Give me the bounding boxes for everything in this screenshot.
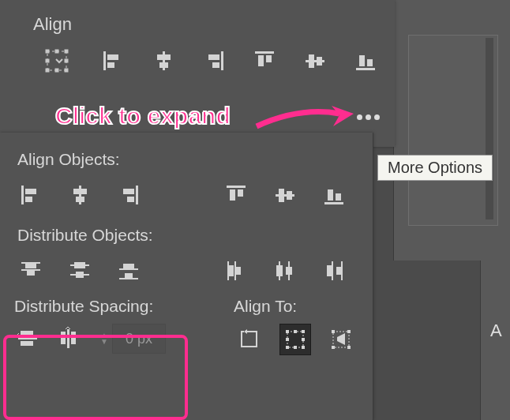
align-center-vertical-icon[interactable] [302, 47, 328, 74]
svg-rect-82 [286, 330, 289, 333]
distribute-right-icon[interactable] [321, 257, 347, 284]
more-options-button[interactable] [352, 105, 384, 129]
more-options-icon [357, 114, 362, 120]
svg-rect-72 [341, 261, 343, 280]
align-left-icon[interactable] [99, 47, 126, 74]
svg-rect-11 [107, 62, 114, 68]
distribute-spacing-label: Distribute Spacing: [14, 297, 202, 316]
align-objects-label: Align Objects: [0, 133, 373, 175]
svg-rect-61 [123, 264, 134, 268]
svg-rect-79 [61, 332, 66, 344]
svg-rect-39 [136, 186, 138, 204]
spacing-stepper[interactable]: ▲▼ [96, 324, 112, 354]
svg-rect-1 [46, 50, 49, 53]
align-panel-expanded: Align Objects: Distribute Objects: [0, 133, 373, 420]
spacing-value[interactable]: 0 px [112, 324, 166, 354]
align-to-artboard-icon[interactable] [234, 324, 265, 355]
distribute-bottom-icon[interactable] [115, 257, 142, 284]
svg-rect-70 [286, 267, 292, 275]
svg-rect-2 [65, 50, 68, 53]
svg-rect-24 [356, 68, 375, 70]
distribute-objects-row [0, 251, 373, 291]
svg-rect-93 [332, 346, 335, 349]
distribute-spacing-group: Distribute Spacing: ▲▼ 0 px [0, 297, 202, 354]
svg-rect-62 [125, 273, 133, 278]
distribute-center-horizontal-icon[interactable] [272, 257, 298, 284]
svg-rect-44 [238, 189, 243, 197]
svg-rect-89 [302, 338, 305, 341]
svg-rect-57 [74, 262, 85, 268]
svg-rect-59 [119, 268, 138, 270]
align-top-icon[interactable] [251, 47, 278, 74]
svg-rect-80 [71, 332, 76, 344]
spacing-value-field[interactable]: ▲▼ 0 px [96, 324, 166, 354]
svg-rect-6 [55, 69, 58, 72]
svg-rect-92 [347, 330, 351, 333]
svg-rect-3 [46, 69, 49, 72]
align-center-horizontal-icon[interactable] [150, 47, 177, 74]
svg-rect-15 [221, 51, 223, 70]
svg-rect-86 [294, 330, 297, 333]
align-left-icon[interactable] [17, 182, 44, 208]
align-right-icon[interactable] [115, 182, 142, 208]
svg-rect-42 [227, 186, 246, 188]
svg-rect-69 [276, 265, 283, 276]
svg-rect-50 [336, 193, 341, 201]
svg-rect-73 [327, 265, 332, 276]
distribute-left-icon[interactable] [223, 257, 249, 284]
svg-rect-83 [302, 330, 305, 333]
svg-rect-46 [279, 189, 284, 202]
align-to-label: Align To: [234, 297, 373, 316]
svg-rect-22 [309, 54, 314, 68]
align-bottom-icon[interactable] [352, 47, 379, 74]
svg-rect-65 [229, 265, 234, 276]
svg-rect-78 [67, 329, 69, 348]
background-panel-far-right: A [480, 261, 510, 420]
svg-rect-9 [103, 51, 106, 70]
align-center-horizontal-icon[interactable] [66, 182, 93, 208]
align-right-icon[interactable] [201, 47, 227, 74]
distribute-spacing-horizontal-icon[interactable] [55, 325, 82, 352]
svg-rect-52 [21, 269, 40, 271]
svg-rect-37 [73, 189, 87, 194]
align-center-vertical-icon[interactable] [272, 182, 298, 208]
svg-rect-10 [107, 54, 118, 60]
align-panel-compact: Align [0, 0, 395, 147]
svg-rect-71 [332, 261, 333, 280]
svg-rect-53 [25, 264, 36, 268]
svg-rect-81 [287, 332, 303, 347]
background-panel-right [393, 0, 510, 261]
svg-rect-4 [65, 69, 68, 72]
svg-rect-64 [234, 261, 236, 280]
svg-rect-7 [46, 59, 49, 62]
svg-rect-16 [208, 54, 219, 60]
svg-rect-84 [286, 346, 289, 349]
svg-rect-26 [367, 59, 373, 66]
align-top-icon[interactable] [223, 182, 249, 208]
svg-rect-19 [258, 55, 264, 66]
align-target-dropdown[interactable] [33, 47, 76, 74]
svg-rect-49 [328, 189, 333, 201]
svg-rect-17 [212, 62, 219, 68]
distribute-center-vertical-icon[interactable] [66, 257, 93, 284]
svg-rect-14 [159, 62, 168, 68]
align-bottom-icon[interactable] [321, 182, 347, 208]
svg-rect-63 [227, 261, 229, 280]
align-to-group: Align To: [202, 297, 373, 355]
background-inner-frame [408, 35, 498, 226]
svg-rect-87 [294, 346, 297, 349]
distribute-objects-label: Distribute Objects: [0, 215, 373, 251]
align-panel-title: Align [0, 14, 395, 41]
background-inner-shadow [486, 38, 493, 219]
bottom-section: Distribute Spacing: ▲▼ 0 px Align To: [0, 291, 373, 355]
distribute-spacing-vertical-icon[interactable] [14, 325, 41, 352]
align-to-key-object-icon[interactable] [325, 324, 357, 355]
svg-rect-74 [336, 267, 341, 275]
svg-rect-60 [119, 278, 138, 279]
distribute-top-icon[interactable] [17, 257, 44, 284]
chevron-down-icon [54, 56, 64, 66]
svg-rect-41 [127, 197, 134, 202]
align-to-selection-icon[interactable] [279, 324, 311, 355]
svg-rect-35 [25, 197, 32, 202]
svg-rect-54 [27, 271, 35, 276]
